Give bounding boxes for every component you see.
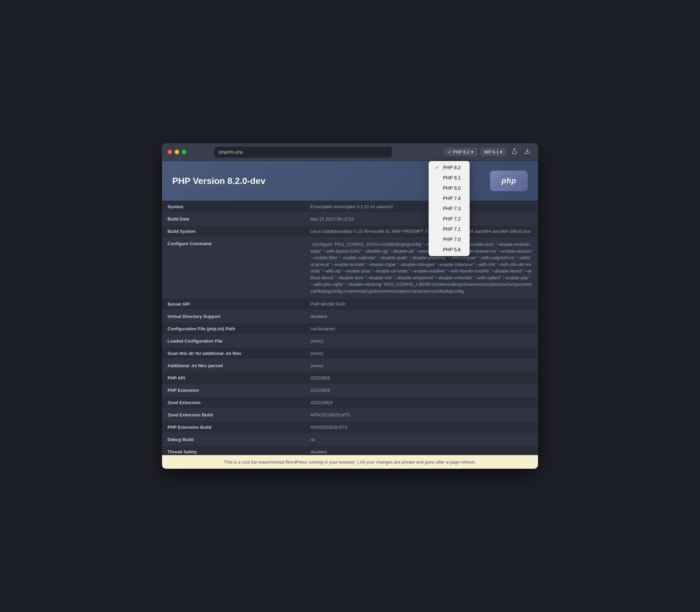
- table-key: PHP Extension: [162, 384, 305, 397]
- table-key: Zend Extension: [162, 397, 305, 409]
- wp-version-label: WP 6.1: [484, 149, 499, 155]
- table-key: Build Date: [162, 213, 305, 225]
- main-content: PHP Version 8.2.0-dev php SystemEmscript…: [162, 161, 538, 455]
- table-row: Scan this dir for additional .ini files(…: [162, 347, 538, 360]
- footer-text: This is a cool fun experimental WordPres…: [224, 460, 476, 465]
- table-row: Server APIPHP WASM SAPI: [162, 298, 538, 310]
- table-value: Mar 25 2023 08:12:52: [305, 213, 538, 225]
- table-row: Configure Command'./configure' 'PKG_CONF…: [162, 238, 538, 298]
- php-dropdown-item-73[interactable]: PHP 7.3: [429, 203, 470, 214]
- php-option-label: PHP 7.2: [443, 216, 461, 222]
- table-key: Scan this dir for additional .ini files: [162, 347, 305, 360]
- php-dropdown-item-74[interactable]: PHP 7.4: [429, 193, 470, 203]
- download-button[interactable]: [522, 147, 533, 157]
- table-row: Zend Extension BuildAPI420220829,NTS: [162, 409, 538, 421]
- table-value: API20220829,NTS: [305, 421, 538, 434]
- php-logo: php: [490, 171, 528, 191]
- php-dropdown-item-81[interactable]: PHP 8.1: [429, 173, 470, 183]
- share-button[interactable]: [509, 147, 520, 157]
- table-row: Configuration File (php.ini) Path/usr/lo…: [162, 323, 538, 335]
- table-key: Server API: [162, 298, 305, 310]
- table-value: './configure' 'PKG_CONFIG_PATH=/root/lib…: [305, 238, 538, 298]
- table-key: Loaded Configuration File: [162, 335, 305, 347]
- url-text: /phpinfo.php: [218, 149, 243, 155]
- phpinfo-table: SystemEmscripten emscripten 3.1.21 #1 wa…: [162, 201, 538, 455]
- php-option-label: PHP 7.1: [443, 226, 461, 232]
- php-option-label: PHP 7.4: [443, 196, 461, 201]
- traffic-lights: [167, 150, 186, 154]
- php-header-banner: PHP Version 8.2.0-dev php: [162, 161, 538, 201]
- php-dropdown-item-72[interactable]: PHP 7.2: [429, 214, 470, 224]
- maximize-button[interactable]: [182, 150, 186, 154]
- chevron-down-icon: ▾: [471, 149, 473, 155]
- table-row: PHP Extension20220829: [162, 384, 538, 397]
- php-version-title: PHP Version 8.2.0-dev: [172, 176, 266, 186]
- table-key: Zend Extension Build: [162, 409, 305, 421]
- table-value: disabled: [305, 446, 538, 455]
- table-key: Configuration File (php.ini) Path: [162, 323, 305, 335]
- php-option-label: PHP 8.2: [443, 165, 461, 170]
- table-value: API420220829,NTS: [305, 409, 538, 421]
- chevron-down-icon-wp: ▾: [500, 149, 502, 155]
- table-key: Additional .ini files parsed: [162, 360, 305, 372]
- table-key: PHP Extension Build: [162, 421, 305, 434]
- minimize-button[interactable]: [175, 150, 179, 154]
- table-key: Virtual Directory Support: [162, 310, 305, 323]
- table-value: no: [305, 434, 538, 446]
- php-option-label: PHP 7.3: [443, 206, 461, 211]
- php-dropdown-item-56[interactable]: PHP 5.6: [429, 244, 470, 255]
- table-row: PHP Extension BuildAPI20220829,NTS: [162, 421, 538, 434]
- table-value: Linux buildkitsandbox 5.15.49-linuxkit #…: [305, 225, 538, 238]
- php-option-label: PHP 8.1: [443, 175, 461, 181]
- table-value: (none): [305, 335, 538, 347]
- php-version-dropdown: ✓ PHP 8.2 PHP 8.1 PHP 8.0 PHP 7.4 PHP 7.…: [429, 161, 470, 256]
- table-key: Build System: [162, 225, 305, 238]
- php-option-label: PHP 5.6: [443, 247, 461, 252]
- php-dropdown-item-80[interactable]: PHP 8.0: [429, 183, 470, 193]
- wp-version-dropdown-button[interactable]: WP 6.1 ▾: [480, 148, 507, 156]
- table-key: PHP API: [162, 372, 305, 384]
- table-row: Virtual Directory Supportdisabled: [162, 310, 538, 323]
- php-dropdown-item-70[interactable]: PHP 7.0: [429, 234, 470, 244]
- app-window: /phpinfo.php ✓ PHP 8.2 ▾ WP 6.1 ▾: [162, 143, 538, 469]
- table-value: 20220829: [305, 384, 538, 397]
- table-value: /usr/local/etc: [305, 323, 538, 335]
- selected-check-icon: ✓: [435, 165, 440, 170]
- php-dropdown-item-82[interactable]: ✓ PHP 8.2: [429, 162, 470, 173]
- footer-bar: This is a cool fun experimental WordPres…: [162, 455, 538, 469]
- table-key: Debug Build: [162, 434, 305, 446]
- table-row: Build SystemLinux buildkitsandbox 5.15.4…: [162, 225, 538, 238]
- table-row: Zend Extension420220829: [162, 397, 538, 409]
- table-key: Thread Safety: [162, 446, 305, 455]
- titlebar-right: ✓ PHP 8.2 ▾ WP 6.1 ▾: [444, 147, 533, 157]
- table-row: PHP API20220829: [162, 372, 538, 384]
- table-value: PHP WASM SAPI: [305, 298, 538, 310]
- table-row: Thread Safetydisabled: [162, 446, 538, 455]
- php-logo-text: php: [501, 176, 516, 185]
- table-value: (none): [305, 347, 538, 360]
- checkmark-icon: ✓: [448, 149, 452, 155]
- table-key: System: [162, 201, 305, 213]
- table-row: Loaded Configuration File(none): [162, 335, 538, 347]
- table-value: Emscripten emscripten 3.1.21 #1 wasm32: [305, 201, 538, 213]
- table-value: 420220829: [305, 397, 538, 409]
- close-button[interactable]: [167, 150, 172, 154]
- php-dropdown-item-71[interactable]: PHP 7.1: [429, 224, 470, 234]
- table-row: Additional .ini files parsed(none): [162, 360, 538, 372]
- table-key: Configure Command: [162, 238, 305, 298]
- php-version-dropdown-button[interactable]: ✓ PHP 8.2 ▾: [444, 148, 477, 156]
- table-row: SystemEmscripten emscripten 3.1.21 #1 wa…: [162, 201, 538, 213]
- table-row: Build DateMar 25 2023 08:12:52: [162, 213, 538, 225]
- table-value: 20220829: [305, 372, 538, 384]
- table-value: (none): [305, 360, 538, 372]
- php-option-label: PHP 7.0: [443, 237, 461, 242]
- table-row: Debug Buildno: [162, 434, 538, 446]
- url-bar[interactable]: /phpinfo.php: [214, 147, 392, 158]
- table-value: disabled: [305, 310, 538, 323]
- titlebar: /phpinfo.php ✓ PHP 8.2 ▾ WP 6.1 ▾: [162, 143, 538, 161]
- php-option-label: PHP 8.0: [443, 185, 461, 191]
- php-version-label: PHP 8.2: [453, 149, 469, 155]
